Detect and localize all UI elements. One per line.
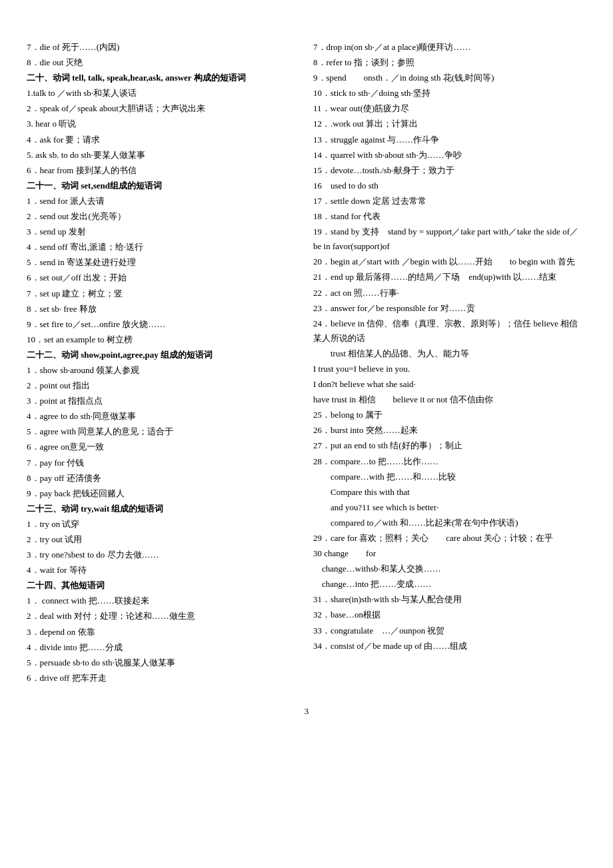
entry: 15．devote…tosth./sb·献身于；致力于 (313, 163, 586, 178)
entry: 2．point out 指出 (27, 378, 300, 393)
entry: 10．stick to sth·／doing sth·坚持 (313, 86, 586, 101)
entry: 3．depend on 依靠 (27, 625, 300, 640)
entry: 4．send off 寄出,派遣；给·送行 (27, 240, 300, 254)
entry: I don?t believe what she said· (313, 377, 586, 392)
entry: 4．wait for 等待 (27, 563, 300, 578)
entry: 二十四、其他短语词 (27, 578, 300, 593)
entry: 32．base…on根据 (313, 608, 586, 622)
entry: 8．pay off 还清债务 (27, 471, 300, 486)
page-number: 3 (27, 706, 586, 717)
entry: compared to／with 和……比起来(常在句中作状语) (313, 516, 586, 530)
entry: 7．drop in(on sb·／at a place)顺便拜访…… (313, 40, 586, 55)
entry: 21．end up 最后落得……的结局／下场 end(up)with 以……结束 (313, 270, 586, 284)
entry: 2．try out 试用 (27, 532, 300, 547)
entry: Compare this with that (313, 485, 586, 500)
entry: 9．spend onsth．／in doing sth 花(钱,时间等) (313, 71, 586, 85)
entry: 4．divide into 把……分成 (27, 640, 300, 655)
entry: trust 相信某人的品德、为人、能力等 (313, 346, 586, 361)
entry: 二十二、动词 show,point,agree,pay 组成的短语词 (27, 348, 300, 362)
entry: 31．share(in)sth·with sb·与某人配合使用 (313, 592, 586, 607)
entry: 5．persuade sb·to do sth·说服某人做某事 (27, 655, 300, 670)
entry: have trust in 相信 believe it or not 信不信由你 (313, 392, 586, 407)
entry: 1． connect with 把……联接起来 (27, 594, 300, 608)
entry: 30 change for (313, 546, 586, 561)
entry: change…into 把……变成…… (313, 577, 586, 592)
entry: 6．drive off 把车开走 (27, 671, 300, 685)
entry: 1．try on 试穿 (27, 517, 300, 532)
entry: 28．compare…to 把……比作…… (313, 454, 586, 469)
entry: 8．die out 灭绝 (27, 55, 300, 70)
entry: 5．send in 寄送某处进行处理 (27, 255, 300, 270)
entry: 二十、动词 tell, talk, speak,hear,ask, answer… (27, 71, 300, 85)
entry: I trust you=I believe in you. (313, 362, 586, 376)
entry: 3．send up 发射 (27, 224, 300, 239)
entry: 23．answer for／be responsible for 对……贡 (313, 301, 586, 316)
entry: 3. hear o 听说 (27, 117, 300, 131)
entry: 3．try one?sbest to do 尽力去做…… (27, 548, 300, 562)
entry: 11．wear out(使)筋疲力尽 (313, 101, 586, 116)
entry: 8．set sb· free 释放 (27, 302, 300, 316)
entry: change…withsb·和某人交换…… (313, 562, 586, 576)
entry: 13．struggle against 与……作斗争 (313, 133, 586, 147)
entry: 8．refer to 指；谈到；参照 (313, 55, 586, 70)
entry: 1．show sb·around 领某人参观 (27, 363, 300, 378)
entry: 6．hear from 接到某人的书信 (27, 163, 300, 178)
entry: 24．believe in 信仰、信奉（真理、宗教、原则等）；信任 believ… (313, 316, 586, 346)
entry: 17．settle down 定居 过去常常 (313, 194, 586, 209)
entry: 12．.work out 算出；计算出 (313, 117, 586, 131)
entry: 16 used to do sth (313, 179, 586, 193)
entry: 5．agree with 同意某人的意见；适合于 (27, 424, 300, 439)
entry: compare…with 把……和……比较 (313, 470, 586, 484)
entry: 二十三、动词 try,wait 组成的短语词 (27, 502, 300, 516)
entry: 9．set fire to／set…onfire 放火烧…… (27, 317, 300, 332)
entry: 14．quarrel with sb·about sth·为……争吵 (313, 148, 586, 163)
entry: 7．set up 建立；树立；竖 (27, 286, 300, 301)
left-column: 7．die of 死于……(内因)8．die out 灭绝二十、动词 tell,… (27, 40, 300, 686)
entry: 18．stand for 代表 (313, 209, 586, 224)
entry: 29．care for 喜欢；照料；关心 care about 关心；计较；在乎 (313, 531, 586, 546)
entry: 6．set out／off 出发；开始 (27, 270, 300, 285)
entry: 9．pay back 把钱还回赌人 (27, 486, 300, 501)
entry: 10．set an example to 树立榜 (27, 332, 300, 347)
right-column: 7．drop in(on sb·／at a place)顺便拜访……8．refe… (313, 40, 586, 686)
entry: 25．belong to 属于 (313, 408, 586, 422)
entry: 二十一、动词 set,send组成的短语词 (27, 179, 300, 193)
entry: 6．agree on意见一致 (27, 440, 300, 454)
entry: 2．speak of／speak about大胆讲话；大声说出来 (27, 101, 300, 116)
entry: 22．act on 照……行事· (313, 286, 586, 300)
entry: 2．deal with 对付；处理；论述和……做生意 (27, 609, 300, 624)
entry: 2．send out 发出(光亮等） (27, 209, 300, 224)
entry: 20．begin at／start with ／begin with 以……开始… (313, 254, 586, 269)
entry: 27．put an end to sth 结(好的事）；制止 (313, 438, 586, 453)
entry: and you?11 see which is better· (313, 500, 586, 515)
entry: 4．ask for 要；请求 (27, 133, 300, 147)
entry: 26．burst into 突然……起来 (313, 423, 586, 438)
page-container: 7．die of 死于……(内因)8．die out 灭绝二十、动词 tell,… (27, 40, 586, 686)
entry: 1．send for 派人去请 (27, 194, 300, 209)
entry: 19．stand by 支持 stand by = support／take p… (313, 224, 586, 254)
entry: 34．consist of／be made up of 由……组成 (313, 639, 586, 653)
entry: 4．agree to do sth·同意做某事 (27, 409, 300, 424)
entry: 3．point at 指指点点 (27, 394, 300, 408)
entry: 33．congratulate …／ounpon 祝贺 (313, 624, 586, 638)
entry: 7．die of 死于……(内因) (27, 40, 300, 55)
entry: 7．pay for 付钱 (27, 456, 300, 470)
entry: 1.talk to ／with sb·和某人谈话 (27, 86, 300, 101)
entry: 5. ask sb. to do sth·要某人做某事 (27, 148, 300, 163)
